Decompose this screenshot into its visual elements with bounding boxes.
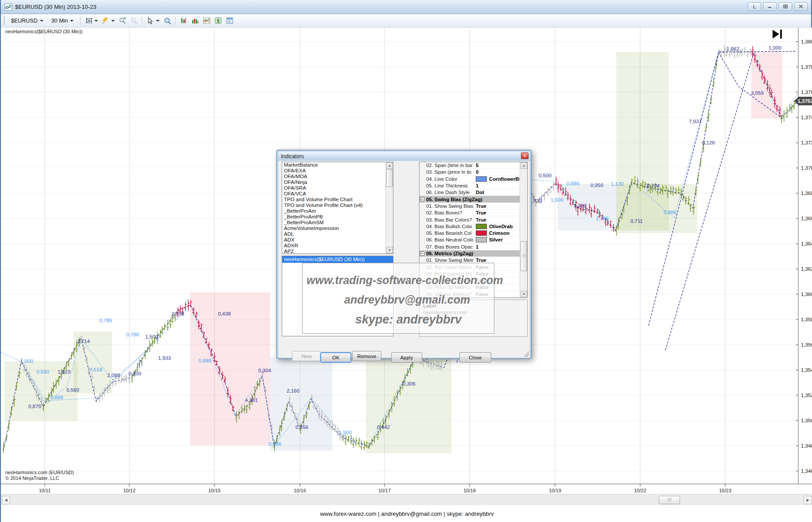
dialog-titlebar[interactable]: Indicators ✕	[278, 152, 530, 161]
list-item[interactable]: ADX	[282, 237, 393, 243]
property-value[interactable]: 0	[474, 169, 520, 175]
scroll-left-icon[interactable]: ◀	[2, 496, 10, 504]
scroll-down-icon[interactable]: ▼	[386, 247, 393, 253]
new-button[interactable]: New	[292, 351, 321, 361]
property-value[interactable]: True	[474, 203, 520, 209]
collapse-icon[interactable]: −	[420, 197, 424, 201]
close-icon[interactable]	[794, 2, 808, 11]
list-item[interactable]: ADXR	[282, 243, 393, 249]
scroll-up-icon[interactable]: ▲	[386, 162, 393, 169]
minimize-icon[interactable]	[763, 2, 777, 11]
list-item[interactable]: AcmeVolumeImpression	[282, 226, 393, 231]
svg-text:1,500: 1,500	[551, 197, 563, 203]
property-value[interactable]: Crimson	[474, 230, 520, 236]
svg-text:0,704: 0,704	[647, 183, 660, 188]
scroll-up-icon[interactable]: ▲	[521, 162, 527, 169]
list-item[interactable]: TPO and Volume Profile Chart (v4)	[282, 203, 393, 208]
list-item[interactable]: _BetterProAm	[282, 208, 393, 214]
watermark-site: www.trading-software-collection.com	[307, 274, 503, 287]
scroll-right-icon[interactable]: ▶	[804, 496, 812, 504]
list-item[interactable]: OFA/MOA	[282, 174, 393, 179]
remove-button[interactable]: Remove	[352, 351, 381, 361]
property-category-row[interactable]: −06. Metrics (ZigZag)	[420, 250, 520, 257]
list-item[interactable]: OFA/VCA	[282, 191, 393, 197]
list-item[interactable]: ADL	[282, 231, 393, 237]
chevron-down-icon	[70, 20, 74, 22]
property-value[interactable]: True	[474, 210, 520, 215]
property-category-row[interactable]: −05. Swing Bias (ZigZag)	[420, 196, 520, 203]
svg-text:1,786: 1,786	[596, 216, 609, 221]
property-row[interactable]: 02. Bias Boxes?True	[420, 210, 520, 216]
link-window-button[interactable]: L	[748, 2, 761, 11]
draw-pencil-icon[interactable]	[100, 16, 111, 26]
market-analyzer-icon[interactable]	[178, 16, 189, 26]
list-item[interactable]: OFA/SRA	[282, 185, 393, 191]
property-value[interactable]: True	[474, 257, 520, 263]
list-item[interactable]: OFA/Ninja	[282, 179, 393, 185]
account-dollar-icon[interactable]: $	[213, 16, 223, 26]
property-value[interactable]: OliveDrab	[474, 224, 520, 229]
svg-text:10/17: 10/17	[378, 488, 391, 493]
list-item[interactable]: APZ	[282, 249, 393, 254]
property-value[interactable]: Dot	[474, 190, 520, 195]
grid-scrollbar[interactable]: ▲ ▼	[520, 162, 527, 297]
output-window-icon[interactable]	[224, 16, 235, 26]
list-item[interactable]: OFA/EXA	[282, 168, 393, 174]
property-value[interactable]: CornflowerBlue	[474, 176, 520, 182]
selected-indicator-item[interactable]: neoHarmonics($EURUSD (30 Min))	[282, 256, 393, 263]
scrollbar-thumb[interactable]	[386, 169, 393, 187]
chart-style-icon[interactable]	[83, 16, 94, 26]
scrollbar-thumb[interactable]	[659, 496, 680, 504]
dialog-resize-grip[interactable]	[524, 351, 529, 357]
apply-button[interactable]: Apply	[391, 352, 422, 362]
svg-text:0,500: 0,500	[539, 173, 552, 178]
available-indicators-list[interactable]: MarketBalanceOFA/EXAOFA/MOAOFA/NinjaOFA/…	[282, 162, 393, 254]
cursor-icon[interactable]	[145, 16, 155, 26]
property-row[interactable]: 04. Line ColorCornflowerBlue	[420, 176, 520, 183]
close-button[interactable]: Close	[459, 352, 491, 362]
list-item[interactable]: MarketBalance	[282, 162, 393, 168]
property-row[interactable]: 03. Bias Bar Colors?True	[420, 216, 520, 223]
dialog-close-icon[interactable]: ✕	[521, 152, 528, 159]
property-row[interactable]: 05. Bias Bearish ColCrimson	[420, 230, 520, 237]
property-value[interactable]: Silver	[474, 237, 520, 242]
volume-bars-icon[interactable]	[190, 16, 200, 26]
interval-dropdown[interactable]: 30 Min	[48, 16, 78, 26]
property-value[interactable]: True	[474, 217, 520, 222]
maximize-icon[interactable]	[779, 2, 792, 11]
property-row[interactable]: 02. Span (time in bar5	[420, 162, 520, 169]
property-row[interactable]: 01. Show Swing BiasTrue	[420, 203, 520, 210]
scrollbar-thumb[interactable]	[521, 241, 527, 271]
color-swatch	[476, 224, 487, 229]
chevron-down-icon[interactable]	[111, 20, 115, 22]
property-row[interactable]: 05. Line Thickness1	[420, 183, 520, 189]
horizontal-scrollbar[interactable]: ◀ ▶	[1, 494, 812, 505]
list-item[interactable]: TPO and Volume Profile Chart	[282, 197, 393, 203]
svg-text:0,711: 0,711	[630, 218, 643, 224]
window-title: $EURUSD (30 Min) 2013-10-23	[15, 4, 97, 10]
svg-text:1,3460: 1,3460	[801, 468, 812, 474]
data-box-icon[interactable]	[162, 16, 172, 26]
property-label: 02. Bias Boxes?	[425, 210, 474, 216]
svg-text:0,875: 0,875	[28, 404, 41, 409]
property-row[interactable]: 04. Bias Bullish ColoOliveDrab	[420, 223, 520, 230]
chevron-down-icon[interactable]	[94, 20, 98, 22]
chevron-down-icon[interactable]	[156, 20, 159, 22]
property-value[interactable]: 1	[474, 244, 520, 249]
collapse-icon[interactable]: −	[420, 252, 424, 256]
property-row[interactable]: 03. Span (price in tic0	[420, 169, 520, 175]
zoom-in-icon[interactable]	[117, 16, 128, 26]
list-scrollbar[interactable]: ▲ ▼	[385, 162, 393, 253]
property-value[interactable]: 1	[474, 183, 520, 188]
property-row[interactable]: 06. Line Dash StyleDot	[420, 189, 520, 196]
instrument-dropdown[interactable]: $EURUSD	[8, 16, 47, 26]
scroll-down-icon[interactable]: ▼	[521, 291, 527, 297]
property-row[interactable]: 07. Bias Boxes Opac1	[420, 244, 520, 250]
ok-button[interactable]: OK	[320, 352, 351, 362]
toolbar-grip[interactable]	[4, 16, 5, 25]
property-row[interactable]: 06. Bias Neutral ColoSilver	[420, 237, 520, 243]
mini-chart-icon[interactable]	[201, 16, 212, 26]
list-item[interactable]: _BetterProAmPB	[282, 214, 393, 220]
property-value[interactable]: 5	[474, 163, 520, 168]
list-item[interactable]: _BetterProAmSM	[282, 220, 393, 226]
